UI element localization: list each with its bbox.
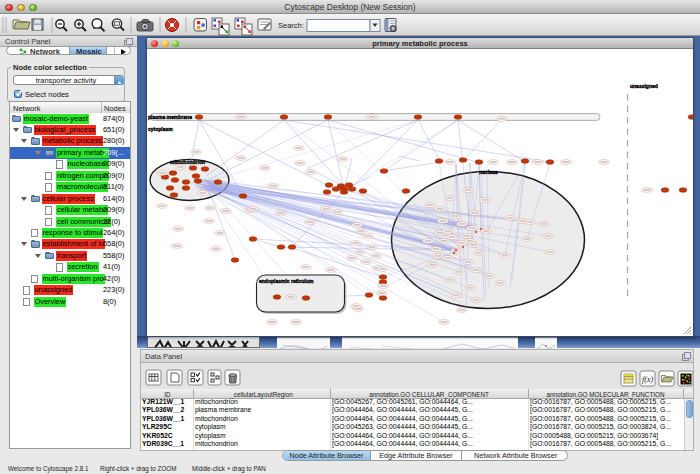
svg-text:mitochondrion: mitochondrion — [170, 159, 205, 165]
svg-text:cytoplasm: cytoplasm — [148, 126, 173, 132]
svg-text:endoplasmic reticulum: endoplasmic reticulum — [259, 278, 314, 284]
svg-text:plasma membrane: plasma membrane — [148, 114, 192, 120]
svg-text:f(x): f(x) — [642, 375, 653, 384]
svg-text:unassigned: unassigned — [630, 83, 658, 89]
svg-text:nucleus: nucleus — [479, 169, 498, 175]
svg-text:Search:: Search: — [278, 21, 304, 30]
